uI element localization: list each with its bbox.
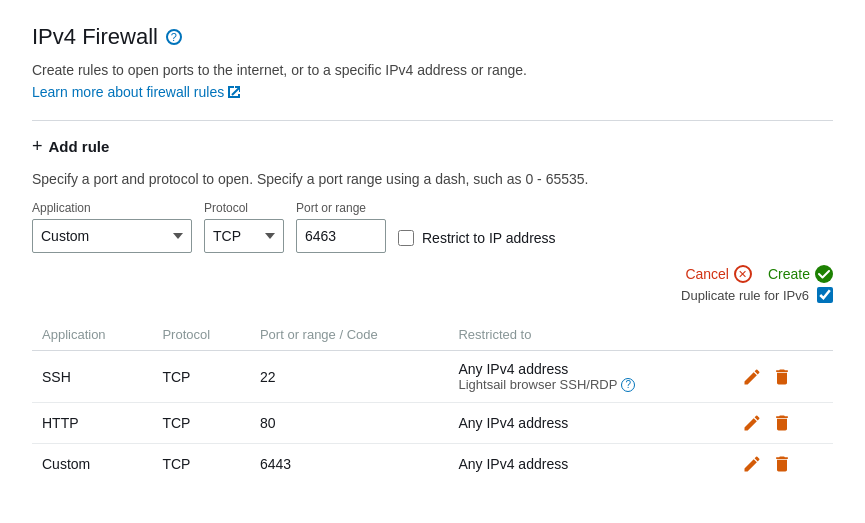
cell-application: Custom xyxy=(32,444,152,485)
cancel-icon: ✕ xyxy=(734,265,752,283)
cell-port: 22 xyxy=(250,351,448,403)
protocol-select[interactable]: TCP UDP ALL ICMP xyxy=(204,219,284,253)
delete-rule-button[interactable] xyxy=(772,413,792,433)
cell-port: 80 xyxy=(250,403,448,444)
protocol-label: Protocol xyxy=(204,201,284,215)
add-rule-form: Application Custom SSH HTTP HTTPS All Pr… xyxy=(32,201,833,253)
learn-more-link[interactable]: Learn more about firewall rules xyxy=(32,84,240,100)
col-actions xyxy=(732,319,833,351)
duplicate-ipv6-checkbox[interactable] xyxy=(817,287,833,303)
delete-icon xyxy=(772,413,792,433)
external-link-icon xyxy=(228,86,240,98)
cell-restricted: Any IPv4 address xyxy=(448,403,732,444)
learn-more-text: Learn more about firewall rules xyxy=(32,84,224,100)
cell-protocol: TCP xyxy=(152,351,250,403)
action-icons xyxy=(742,454,823,474)
restrict-group: Restrict to IP address xyxy=(398,230,556,253)
section-divider xyxy=(32,120,833,121)
cell-restricted: Any IPv4 address xyxy=(448,444,732,485)
cancel-label: Cancel xyxy=(685,266,729,282)
duplicate-row: Duplicate rule for IPv6 xyxy=(32,287,833,303)
form-hint-text: Specify a port and protocol to open. Spe… xyxy=(32,171,833,187)
cell-protocol: TCP xyxy=(152,444,250,485)
restricted-primary: Any IPv4 address xyxy=(458,415,722,431)
create-icon xyxy=(815,265,833,283)
page-title: IPv4 Firewall ? xyxy=(32,24,833,50)
cell-port: 6443 xyxy=(250,444,448,485)
port-label: Port or range xyxy=(296,201,386,215)
edit-rule-button[interactable] xyxy=(742,413,762,433)
col-protocol: Protocol xyxy=(152,319,250,351)
title-help-icon[interactable]: ? xyxy=(166,29,182,45)
restrict-ip-label[interactable]: Restrict to IP address xyxy=(422,230,556,246)
action-icons xyxy=(742,413,823,433)
col-restricted-to: Restricted to xyxy=(448,319,732,351)
application-label: Application xyxy=(32,201,192,215)
table-row: HTTP TCP 80 Any IPv4 address xyxy=(32,403,833,444)
cell-restricted: Any IPv4 address Lightsail browser SSH/R… xyxy=(448,351,732,403)
col-application: Application xyxy=(32,319,152,351)
add-rule-button[interactable]: + Add rule xyxy=(32,137,109,155)
edit-icon xyxy=(742,413,762,433)
edit-rule-button[interactable] xyxy=(742,454,762,474)
duplicate-label[interactable]: Duplicate rule for IPv6 xyxy=(681,288,809,303)
port-input[interactable] xyxy=(296,219,386,253)
application-group: Application Custom SSH HTTP HTTPS All xyxy=(32,201,192,253)
description-text: Create rules to open ports to the intern… xyxy=(32,62,833,78)
cell-actions xyxy=(732,351,833,403)
delete-icon xyxy=(772,367,792,387)
cell-application: SSH xyxy=(32,351,152,403)
port-group: Port or range xyxy=(296,201,386,253)
cell-application: HTTP xyxy=(32,403,152,444)
create-label: Create xyxy=(768,266,810,282)
add-rule-label: Add rule xyxy=(49,138,110,155)
table-row: SSH TCP 22 Any IPv4 address Lightsail br… xyxy=(32,351,833,403)
action-icons xyxy=(742,367,823,387)
restricted-primary: Any IPv4 address xyxy=(458,456,722,472)
delete-icon xyxy=(772,454,792,474)
form-action-row: Cancel ✕ Create xyxy=(32,265,833,283)
create-button[interactable]: Create xyxy=(768,265,833,283)
title-text: IPv4 Firewall xyxy=(32,24,158,50)
plus-icon: + xyxy=(32,137,43,155)
restrict-ip-checkbox[interactable] xyxy=(398,230,414,246)
table-body: SSH TCP 22 Any IPv4 address Lightsail br… xyxy=(32,351,833,485)
cell-actions xyxy=(732,444,833,485)
edit-icon xyxy=(742,367,762,387)
cell-protocol: TCP xyxy=(152,403,250,444)
delete-rule-button[interactable] xyxy=(772,367,792,387)
application-select[interactable]: Custom SSH HTTP HTTPS All xyxy=(32,219,192,253)
table-header: Application Protocol Port or range / Cod… xyxy=(32,319,833,351)
edit-rule-button[interactable] xyxy=(742,367,762,387)
row-help-icon[interactable]: ? xyxy=(621,378,635,392)
restricted-sub: Lightsail browser SSH/RDP ? xyxy=(458,377,722,392)
edit-icon xyxy=(742,454,762,474)
protocol-group: Protocol TCP UDP ALL ICMP xyxy=(204,201,284,253)
col-port: Port or range / Code xyxy=(250,319,448,351)
cancel-button[interactable]: Cancel ✕ xyxy=(685,265,752,283)
firewall-rules-table: Application Protocol Port or range / Cod… xyxy=(32,319,833,484)
delete-rule-button[interactable] xyxy=(772,454,792,474)
cell-actions xyxy=(732,403,833,444)
restricted-primary: Any IPv4 address xyxy=(458,361,722,377)
table-row: Custom TCP 6443 Any IPv4 address xyxy=(32,444,833,485)
